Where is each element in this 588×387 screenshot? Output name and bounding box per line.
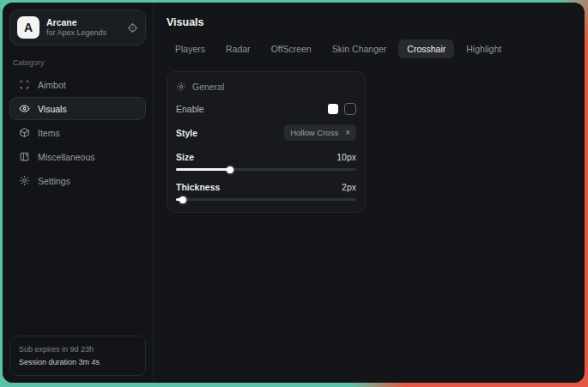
app-window: A Arcane for Apex Legends Category [3, 3, 585, 383]
sidebar-item-visuals[interactable]: Visuals [9, 97, 146, 120]
size-label: Size [176, 152, 194, 162]
sidebar-item-label: Items [38, 128, 60, 138]
tab-highlight[interactable]: Highlight [458, 39, 510, 58]
thickness-slider[interactable] [176, 198, 356, 201]
general-panel: General Enable Style Hollow Cross × Size… [167, 71, 366, 213]
size-slider-thumb[interactable] [227, 166, 233, 173]
eye-icon [19, 103, 30, 114]
tab-bar: Players Radar OffScreen Skin Changer Cro… [167, 39, 571, 58]
scan-icon [19, 79, 30, 90]
sidebar-item-aimbot[interactable]: Aimbot [9, 73, 146, 96]
sub-expires-text: Sub expires in 9d 23h [19, 343, 136, 355]
size-row: Size 10px [176, 152, 356, 162]
sidebar: A Arcane for Apex Legends Category [3, 3, 154, 383]
tab-skin-changer[interactable]: Skin Changer [324, 39, 396, 58]
sidebar-item-miscellaneous[interactable]: Miscellaneous [9, 145, 146, 168]
enable-row: Enable [176, 103, 356, 115]
target-icon[interactable] [127, 22, 138, 33]
tab-crosshair[interactable]: Crosshair [398, 39, 454, 58]
category-label: Category [13, 58, 142, 67]
panel-header: General [176, 82, 356, 92]
brand-card: A Arcane for Apex Legends [9, 9, 146, 45]
section-title: General [192, 82, 224, 92]
tab-radar[interactable]: Radar [217, 39, 259, 58]
app-subtitle: for Apex Legends [46, 28, 120, 38]
tab-players[interactable]: Players [167, 39, 214, 58]
style-row: Style Hollow Cross × [176, 124, 356, 141]
page-title: Visuals [167, 16, 571, 28]
main-content: Visuals Players Radar OffScreen Skin Cha… [154, 3, 585, 383]
tab-offscreen[interactable]: OffScreen [263, 39, 320, 58]
thickness-value: 2px [342, 182, 356, 192]
session-duration-text: Session duration 3m 4s [19, 356, 136, 368]
enable-checkbox[interactable] [344, 103, 356, 115]
close-icon[interactable]: × [345, 129, 350, 137]
app-logo: A [17, 16, 39, 39]
gear-icon [19, 175, 30, 186]
package-icon [19, 127, 30, 138]
subscription-info-card: Sub expires in 9d 23h Session duration 3… [9, 336, 146, 376]
sidebar-item-settings[interactable]: Settings [9, 169, 146, 192]
color-swatch[interactable] [328, 104, 338, 114]
sidebar-item-label: Settings [38, 176, 70, 186]
style-value: Hollow Cross [290, 128, 338, 137]
sidebar-item-items[interactable]: Items [9, 121, 146, 144]
thickness-row: Thickness 2px [176, 182, 356, 192]
enable-label: Enable [176, 104, 204, 114]
sidebar-item-label: Miscellaneous [38, 152, 95, 162]
style-chip[interactable]: Hollow Cross × [284, 124, 356, 141]
gear-icon [176, 82, 186, 92]
thickness-slider-thumb[interactable] [179, 197, 186, 203]
app-name: Arcane [46, 17, 120, 28]
style-label: Style [176, 128, 197, 138]
size-value: 10px [336, 152, 356, 162]
columns-layout-icon [19, 151, 30, 162]
sidebar-item-label: Aimbot [38, 80, 66, 90]
size-slider[interactable] [176, 168, 356, 171]
thickness-label: Thickness [176, 182, 220, 192]
sidebar-item-label: Visuals [38, 104, 67, 114]
